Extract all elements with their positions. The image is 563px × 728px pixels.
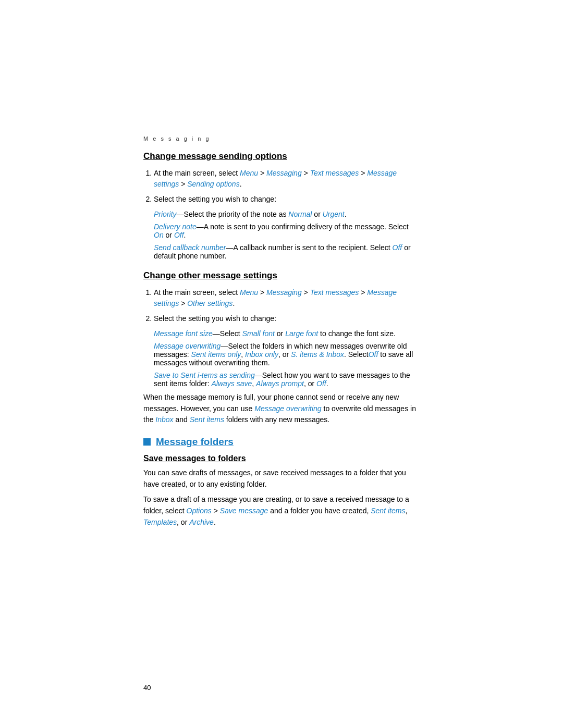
- link-text-messages[interactable]: Text messages: [310, 169, 359, 177]
- other-settings-steps: At the main screen, select Menu > Messag…: [154, 287, 420, 324]
- setting-message-font-size: Message font size—Select Small font or L…: [154, 329, 420, 338]
- save-messages-para-2: To save a draft of a message you are cre…: [143, 494, 420, 528]
- extra-paragraph-overwriting: When the message memory is full, your ph…: [143, 392, 420, 426]
- link-menu[interactable]: Menu: [240, 169, 258, 177]
- setting-priority: Priority—Select the priority of the note…: [154, 210, 420, 218]
- sending-options-step-1: At the main screen, select Menu > Messag…: [154, 168, 420, 190]
- message-folders-label: Message folders: [156, 436, 234, 448]
- link-urgent[interactable]: Urgent: [323, 210, 345, 218]
- setting-name-delivery-note: Delivery note: [154, 223, 197, 231]
- link-archive[interactable]: Archive: [189, 518, 214, 526]
- link-off-sent[interactable]: Off: [316, 379, 326, 388]
- link-messaging[interactable]: Messaging: [266, 169, 302, 177]
- setting-name-save-to-sent: Save to Sent i-tems as sending: [154, 371, 255, 379]
- page-container: M e s s a g i n g Change message sending…: [0, 0, 563, 728]
- link-sent-items-folder[interactable]: Sent items: [371, 507, 405, 515]
- blue-square-icon: [143, 438, 151, 446]
- subsection-heading-save-messages: Save messages to folders: [143, 454, 420, 463]
- link-inbox-only[interactable]: Inbox only: [245, 350, 278, 359]
- link-large-font[interactable]: Large font: [285, 329, 318, 338]
- link-on[interactable]: On: [154, 231, 164, 239]
- other-settings-step-1: At the main screen, select Menu > Messag…: [154, 287, 420, 309]
- link-templates[interactable]: Templates: [143, 518, 177, 526]
- section-heading-sending-options: Change message sending options: [143, 151, 420, 162]
- step2-text: Select the setting you wish to change:: [154, 195, 276, 203]
- section-heading-other-settings: Change other message settings: [143, 270, 420, 281]
- sending-options-steps: At the main screen, select Menu > Messag…: [154, 168, 420, 205]
- setting-delivery-note: Delivery note—A note is sent to you conf…: [154, 223, 420, 239]
- page-number: 40: [143, 684, 151, 692]
- section-label: M e s s a g i n g: [143, 135, 420, 142]
- link-always-save[interactable]: Always save: [212, 379, 252, 388]
- link-s-items-inbox[interactable]: S. items & Inbox: [291, 350, 344, 359]
- link-save-message[interactable]: Save message: [220, 507, 268, 515]
- section-message-folders: Message folders Save messages to folders…: [143, 436, 420, 528]
- link-text-messages-2[interactable]: Text messages: [310, 288, 359, 297]
- step1-text: At the main screen, select: [154, 169, 240, 177]
- setting-name-font-size: Message font size: [154, 329, 213, 338]
- link-sending-options[interactable]: Sending options: [187, 180, 239, 188]
- link-normal[interactable]: Normal: [288, 210, 312, 218]
- section-change-message-sending-options: Change message sending options At the ma…: [143, 151, 420, 260]
- sending-options-step-2: Select the setting you wish to change:: [154, 194, 420, 205]
- link-off-delivery[interactable]: Off: [174, 231, 184, 239]
- setting-name-priority: Priority: [154, 210, 177, 218]
- setting-name-overwriting: Message overwriting: [154, 342, 221, 350]
- link-options[interactable]: Options: [187, 507, 212, 515]
- setting-save-to-sent: Save to Sent i-tems as sending—Select ho…: [154, 371, 420, 388]
- setting-send-callback: Send callback number—A callback number i…: [154, 243, 420, 260]
- sending-options-settings: Priority—Select the priority of the note…: [154, 210, 420, 260]
- link-off-callback[interactable]: Off: [393, 243, 402, 252]
- link-always-prompt[interactable]: Always prompt: [256, 379, 304, 388]
- link-inbox-inline[interactable]: Inbox: [155, 415, 173, 424]
- link-other-settings[interactable]: Other settings: [187, 299, 232, 307]
- other-settings-step-2: Select the setting you wish to change:: [154, 313, 420, 324]
- link-menu-2[interactable]: Menu: [240, 288, 258, 297]
- save-messages-para-1: You can save drafts of messages, or save…: [143, 467, 420, 490]
- link-small-font[interactable]: Small font: [242, 329, 275, 338]
- other-settings-settings: Message font size—Select Small font or L…: [154, 329, 420, 388]
- section-change-other-message-settings: Change other message settings At the mai…: [143, 270, 420, 426]
- link-sent-items-inline[interactable]: Sent items: [190, 415, 224, 424]
- setting-message-overwriting: Message overwriting—Select the folders i…: [154, 342, 420, 367]
- section-heading-message-folders: Message folders: [143, 436, 420, 448]
- link-message-overwriting-inline[interactable]: Message overwriting: [254, 404, 321, 413]
- link-messaging-2[interactable]: Messaging: [266, 288, 302, 297]
- setting-name-send-callback: Send callback number: [154, 243, 226, 252]
- link-sent-items-only[interactable]: Sent items only: [191, 350, 241, 359]
- link-off-overwriting[interactable]: Off: [369, 350, 378, 359]
